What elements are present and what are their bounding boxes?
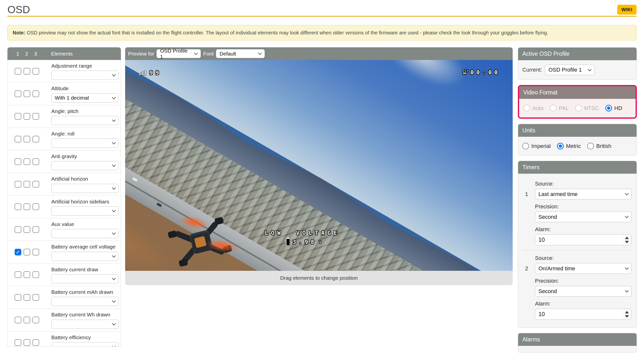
units-metric-radio[interactable]: Metric [557, 143, 581, 150]
units-imperial-radio[interactable]: Imperial [522, 143, 550, 150]
osd-avg-cell-voltage-element[interactable]: 3.98 v [286, 238, 322, 246]
element-row: Artificial horizon [8, 173, 121, 196]
element-profile3-checkbox[interactable] [32, 339, 39, 346]
element-variant-select[interactable] [51, 297, 119, 306]
preview-font-select[interactable]: Default [216, 49, 265, 58]
element-profile2-checkbox[interactable] [24, 181, 30, 188]
video-format-header: Video Format [519, 86, 636, 99]
element-profile1-checkbox[interactable] [14, 226, 21, 233]
preview-profile-select[interactable]: OSD Profile 1 [156, 49, 201, 58]
timer-alarm-input[interactable]: 10 [535, 234, 632, 245]
element-profile3-checkbox[interactable] [32, 68, 39, 74]
element-profile1-checkbox[interactable] [14, 90, 21, 97]
number-spinner[interactable] [622, 309, 631, 319]
element-profile2-checkbox[interactable] [24, 226, 30, 233]
element-profile1-checkbox[interactable] [14, 158, 21, 165]
element-profile2-checkbox[interactable] [24, 271, 30, 278]
spinner-up-icon[interactable] [625, 311, 629, 314]
element-profile1-checkbox[interactable] [14, 113, 21, 120]
osd-timer-element[interactable]: FLY MN 00:00 [463, 69, 500, 76]
spinner-down-icon[interactable] [625, 241, 629, 243]
timer-source-select[interactable]: Last armed time [535, 189, 632, 200]
element-profile3-checkbox[interactable] [32, 317, 39, 323]
element-profile2-checkbox[interactable] [24, 136, 30, 142]
element-variant-select[interactable] [51, 320, 119, 329]
element-profile3-checkbox[interactable] [32, 226, 39, 233]
element-variant-select[interactable] [51, 342, 119, 346]
current-profile-label: Current: [522, 67, 542, 73]
osd-warning-element[interactable]: LOW VOLTAGE [265, 230, 340, 236]
element-profile1-checkbox[interactable] [14, 181, 21, 188]
timer-alarm-input[interactable]: 10 [535, 309, 632, 320]
element-profile2-checkbox[interactable] [24, 339, 30, 346]
element-variant-select[interactable] [51, 116, 119, 125]
element-profile2-checkbox[interactable] [24, 158, 30, 165]
elements-panel-header: 1 2 3 Elements [8, 47, 121, 60]
element-profile1-checkbox[interactable] [14, 136, 21, 142]
radio-label: Auto [532, 105, 544, 112]
element-variant-select[interactable] [51, 274, 119, 284]
element-profile3-checkbox[interactable] [32, 136, 39, 142]
element-profile2-checkbox[interactable] [24, 249, 30, 256]
element-profile2-checkbox[interactable] [24, 113, 30, 120]
element-profile-checkboxes [14, 249, 47, 256]
element-variant-select[interactable] [51, 229, 119, 238]
element-profile3-checkbox[interactable] [32, 294, 39, 301]
element-variant-select[interactable] [51, 252, 119, 261]
element-profile3-checkbox[interactable] [32, 271, 39, 278]
element-profile1-checkbox[interactable] [14, 68, 21, 74]
element-profile1-checkbox[interactable] [14, 271, 21, 278]
current-profile-select[interactable]: OSD Profile 1 [545, 65, 594, 75]
element-profile3-checkbox[interactable] [32, 204, 39, 210]
element-profile1-checkbox[interactable] [14, 339, 21, 346]
element-variant-select[interactable]: With 1 decimal [51, 94, 119, 102]
element-profile1-checkbox[interactable] [14, 204, 21, 210]
element-profile1-checkbox[interactable] [14, 294, 21, 301]
element-profile1-checkbox[interactable] [14, 317, 21, 323]
element-variant-select[interactable] [51, 184, 119, 193]
osd-rssi-element[interactable]: 99 [139, 70, 161, 76]
element-variant-select[interactable] [51, 206, 119, 216]
timer-source-select[interactable]: On/Armed time [535, 263, 632, 274]
video-format-auto-radio[interactable]: Auto [523, 105, 544, 112]
element-profile2-checkbox[interactable] [24, 294, 30, 301]
video-format-ntsc-radio[interactable]: NTSC [575, 105, 599, 112]
timer-precision-select[interactable]: Second [535, 212, 632, 222]
element-variant-select[interactable] [51, 70, 119, 80]
element-profile2-checkbox[interactable] [24, 204, 30, 210]
element-profile3-checkbox[interactable] [32, 158, 39, 165]
element-profile-checkboxes [14, 136, 47, 142]
element-profile1-checkbox[interactable] [14, 249, 21, 256]
video-format-pal-radio[interactable]: PAL [550, 105, 569, 112]
element-profile3-checkbox[interactable] [32, 249, 39, 256]
spinner-up-icon[interactable] [625, 236, 629, 239]
element-variant-select[interactable] [51, 161, 119, 170]
osd-rssi-value: 99 [150, 70, 161, 76]
timer-alarm-label: Alarm: [535, 226, 632, 233]
osd-voltage-value: 3.98 [293, 239, 317, 245]
element-label: Anti gravity [51, 153, 119, 160]
preview-panel: Preview for OSD Profile 1 Font Default [125, 47, 513, 285]
alarms-section: Alarms [518, 333, 637, 352]
element-variant-select[interactable] [51, 138, 119, 148]
spinner-down-icon[interactable] [625, 315, 629, 318]
timer-precision-select[interactable]: Second [535, 286, 632, 296]
chevron-down-icon [112, 299, 116, 303]
element-profile2-checkbox[interactable] [24, 68, 30, 74]
wiki-button[interactable]: WIKI [617, 5, 636, 14]
element-label: Battery current Wh drawn [51, 311, 119, 318]
units-british-radio[interactable]: British [587, 143, 611, 150]
timer-index: 2 [518, 255, 535, 320]
scene-cloud [348, 60, 497, 117]
number-spinner[interactable] [622, 235, 631, 245]
element-profile3-checkbox[interactable] [32, 113, 39, 120]
element-profile3-checkbox[interactable] [32, 90, 39, 97]
osd-voltage-unit: v [319, 240, 322, 244]
chevron-down-icon [112, 186, 116, 190]
element-profile2-checkbox[interactable] [24, 317, 30, 323]
element-profile2-checkbox[interactable] [24, 90, 30, 97]
chevron-down-icon [625, 266, 629, 270]
video-format-hd-radio[interactable]: HD [605, 105, 622, 112]
element-profile3-checkbox[interactable] [32, 181, 39, 188]
elements-header-label: Elements [51, 51, 73, 57]
